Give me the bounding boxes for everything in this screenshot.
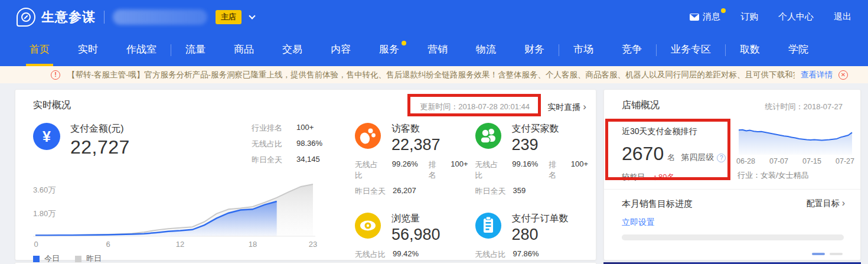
main-nav: 首页 实时 作战室 流量 商品 交易 内容 服务 营销 物流 财务 市场 竞争 …	[0, 34, 868, 66]
rank-title: 近30天支付金额排行	[622, 126, 726, 137]
warning-icon: !	[51, 70, 60, 80]
goal-title: 本月销售目标进度	[622, 198, 693, 210]
stat-time: 统计时间：2018-07-27	[765, 102, 843, 112]
arrow-up-icon: ↑	[653, 172, 657, 182]
notice-bar: ! 【帮转-客服主管-哦】官方服务分析产品-服务洞察已隆重上线，提供售前体验，售…	[0, 66, 868, 83]
stat-value: 22,387	[391, 136, 440, 154]
stat-title: 访客数	[391, 123, 440, 135]
nav-finance[interactable]: 财务	[510, 34, 559, 66]
main-store-badge: 主店	[216, 10, 242, 24]
delta-value: 80名	[658, 172, 674, 182]
notice-close-icon[interactable]: ✕	[838, 70, 848, 80]
nav-realtime[interactable]: 实时	[64, 34, 112, 66]
section-divider	[604, 189, 860, 190]
nav-service-label: 服务	[379, 44, 399, 55]
realtime-stats-grid: 访客数 22,387 无线占比99.26%排名100+ 昨日全天26,207 支…	[355, 123, 588, 264]
x-axis-ticks: 0 6 12 18 23	[32, 240, 316, 249]
payment-rank-block: 近30天支付金额排行 2670 名 第四层级 ? 较前日 ↑ 80名	[622, 126, 726, 182]
realtime-overview-card: 实时概况 更新时间：2018-07-28 20:01:44 实时直播› ¥ 支付…	[15, 89, 596, 260]
nav-service-new-dot	[402, 41, 406, 45]
rank-value: 2670	[622, 143, 664, 165]
date-tick: 07-15	[802, 157, 821, 165]
brand-logo-icon	[17, 8, 35, 27]
x-tick: 6	[106, 240, 110, 249]
delta-label: 较前日	[622, 172, 645, 182]
nav-products[interactable]: 商品	[220, 34, 268, 66]
rank-unit: 名	[667, 152, 675, 163]
sycm-dashboard: 生意参谋 主店 消息 订购 个人中心 退出 首页 实时 作战室 流量 商品 交易…	[0, 0, 868, 264]
today-legend-swatch	[33, 256, 40, 262]
nav-marketing[interactable]: 营销	[413, 34, 462, 66]
card-pager	[812, 253, 843, 255]
realtime-card-header: 实时概况 更新时间：2018-07-28 20:01:44 实时直播›	[15, 90, 596, 116]
nav-home[interactable]: 首页	[15, 34, 64, 66]
messages-menu[interactable]: 消息	[690, 11, 720, 22]
rank-level: 第四层级	[681, 152, 714, 163]
metric-label: 行业排名	[252, 123, 296, 133]
rank-trend-sparkline	[738, 125, 853, 155]
messages-unread-dot	[721, 8, 726, 13]
x-tick: 0	[34, 240, 38, 249]
nav-market[interactable]: 市场	[559, 34, 608, 66]
configure-goal-link[interactable]: 配置目标›	[807, 198, 845, 209]
logout-menu[interactable]: 退出	[834, 11, 851, 22]
nav-logistics[interactable]: 物流	[462, 34, 510, 66]
date-tick: 06-28	[736, 157, 755, 165]
messages-label: 消息	[703, 11, 720, 22]
nav-competition[interactable]: 竞争	[608, 34, 656, 66]
app-header: 生意参谋 主店 消息 订购 个人中心 退出	[0, 0, 868, 34]
live-broadcast-link[interactable]: 实时直播›	[547, 101, 586, 113]
shop-overview-card: 店铺概况 统计时间：2018-07-27 近30天支付金额排行 2670 名 第…	[603, 89, 861, 260]
nav-trade[interactable]: 交易	[268, 34, 316, 66]
x-tick: 18	[249, 240, 257, 249]
stat-value: 280	[512, 226, 569, 244]
subscribe-menu[interactable]: 订购	[740, 11, 758, 22]
realtime-trend-chart	[32, 178, 316, 239]
x-tick: 23	[309, 240, 317, 249]
x-tick: 12	[176, 240, 184, 249]
store-switch-chevron-down-icon[interactable]	[249, 12, 255, 19]
stat-value: 56,980	[391, 226, 440, 244]
shop-title: 店铺概况	[622, 99, 660, 112]
mail-icon	[690, 14, 699, 21]
goal-progress-bar	[622, 234, 844, 240]
personal-center-menu[interactable]: 个人中心	[778, 11, 814, 22]
realtime-title: 实时概况	[33, 99, 71, 112]
nav-war-room[interactable]: 作战室	[112, 34, 171, 66]
yesterday-legend-swatch	[75, 256, 81, 262]
notice-detail-link[interactable]: 查看详情	[801, 70, 833, 80]
stat-value: 239	[512, 136, 559, 154]
payment-amount-block: ¥ 支付金额(元) 22,727	[33, 123, 130, 158]
notice-text: 【帮转-客服主管-哦】官方服务分析产品-服务洞察已隆重上线，提供售前体验，售中转…	[67, 70, 795, 80]
payment-metrics: 行业排名100+ 无线占比98.36% 昨日全天34,145	[252, 123, 322, 171]
nav-business-zone[interactable]: 业务专区	[657, 34, 725, 66]
pager-dot[interactable]	[830, 253, 843, 255]
setup-now-link[interactable]: 立即设置	[622, 217, 655, 228]
update-time: 更新时间：2018-07-28 20:01:44	[420, 102, 530, 112]
nav-content[interactable]: 内容	[316, 34, 365, 66]
chevron-right-icon: ›	[842, 198, 845, 208]
industry-label: 行业：女装/女士精品	[738, 170, 809, 181]
stat-title: 浏览量	[391, 213, 440, 225]
question-icon[interactable]: ?	[717, 154, 726, 162]
pager-dot-active[interactable]	[812, 253, 825, 255]
stat-paying-buyers: 支付买家数 239 无线占比99.16%排名100+ 昨日全天359	[475, 123, 589, 197]
shop-card-header: 店铺概况 统计时间：2018-07-27	[604, 90, 860, 116]
eye-icon	[355, 213, 381, 239]
stat-pageviews: 浏览量 56,980 无线占比99.42% 昨日全天72,999	[355, 213, 468, 264]
payment-title: 支付金额(元)	[70, 123, 130, 135]
nav-traffic[interactable]: 流量	[171, 34, 220, 66]
metric-label: 昨日全天	[252, 155, 296, 165]
metric-label: 无线占比	[252, 139, 296, 149]
logout-label: 退出	[834, 11, 851, 22]
nav-academy[interactable]: 学院	[774, 34, 823, 66]
brand-name: 生意参谋	[41, 8, 96, 26]
nav-service[interactable]: 服务	[365, 34, 413, 66]
sparkline-date-ticks: 06-28 07-07 07-15 07-27	[736, 157, 854, 165]
metric-value: 100+	[296, 123, 314, 133]
date-tick: 07-07	[769, 157, 788, 165]
metric-value: 98.36%	[296, 139, 322, 149]
chevron-right-icon: ›	[583, 101, 586, 112]
nav-data-extract[interactable]: 取数	[726, 34, 774, 66]
stat-visitors: 访客数 22,387 无线占比99.26%排名100+ 昨日全天26,207	[355, 123, 468, 197]
